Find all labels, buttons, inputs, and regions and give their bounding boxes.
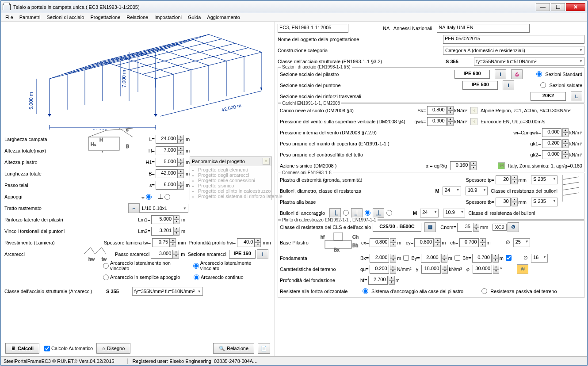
Bx-input[interactable]: 2.000 bbox=[370, 254, 389, 263]
col-I-icon[interactable]: I bbox=[495, 69, 506, 79]
qu-input[interactable]: 0.200 bbox=[370, 265, 389, 274]
welded-sections[interactable] bbox=[540, 82, 546, 88]
cx-input[interactable]: 0.800 bbox=[370, 238, 389, 247]
soil-button[interactable]: ≋ bbox=[517, 264, 528, 274]
Lm1-input[interactable]: 5.000 bbox=[151, 215, 173, 224]
H1-input[interactable]: 5.000 bbox=[156, 158, 178, 167]
Bh-input[interactable]: 0.700 bbox=[472, 254, 492, 263]
haunch-select[interactable]: L/10 0.10xL bbox=[140, 204, 188, 213]
column-section[interactable]: IPE 600 bbox=[454, 70, 490, 79]
Lm2-input[interactable]: 3.201 bbox=[151, 227, 173, 236]
purlin-section-button[interactable]: I bbox=[257, 249, 268, 259]
svg-text:Ch: Ch bbox=[352, 234, 359, 240]
tp-mat-select[interactable]: S 235 bbox=[531, 175, 557, 184]
wi-input[interactable]: 0.000 bbox=[542, 128, 561, 137]
min-button[interactable]: — bbox=[536, 3, 550, 11]
project-name-input[interactable]: PFR 05/02/2015 bbox=[443, 35, 584, 44]
alpha-input[interactable]: 0.160 bbox=[450, 161, 470, 170]
bolt-d-select[interactable]: 24 bbox=[443, 187, 461, 195]
menu-help[interactable]: Guida bbox=[188, 15, 201, 20]
svg-text:5.000 m: 5.000 m bbox=[28, 92, 34, 110]
report-button[interactable]: 🔍Relazione bbox=[213, 343, 254, 354]
anch-d-select[interactable]: 24 bbox=[420, 209, 439, 217]
Sk-input[interactable]: 0.800 bbox=[427, 106, 447, 115]
tw-input[interactable]: 0.75 bbox=[152, 238, 170, 247]
max-button[interactable]: ☐ bbox=[551, 3, 565, 11]
menu-settings[interactable]: Impostazioni bbox=[154, 15, 182, 20]
std-sections[interactable] bbox=[536, 71, 542, 77]
draw-button[interactable]: ⌂Disegno bbox=[96, 343, 130, 354]
rafter-section[interactable]: IPE 500 bbox=[462, 81, 498, 90]
category-select[interactable]: Categoria A (domestici e residenziali) bbox=[443, 46, 584, 55]
exp-icon[interactable]: ⚙ bbox=[508, 222, 519, 232]
menu-update[interactable]: Aggiornamento bbox=[207, 15, 240, 20]
menu-sections[interactable]: Sezioni di acciaio bbox=[46, 15, 84, 20]
purlin-unrestrained[interactable] bbox=[103, 263, 109, 269]
svg-text:B: B bbox=[126, 144, 129, 149]
cnom-input[interactable]: 35 bbox=[457, 223, 472, 232]
brac-L-icon[interactable]: L bbox=[571, 92, 582, 101]
cy-input[interactable]: 0.800 bbox=[414, 238, 434, 247]
anch1[interactable] bbox=[343, 210, 349, 216]
purlin-steel-select[interactable]: fy=355N/mm² fu=510N/mm² bbox=[132, 287, 203, 296]
seismic-map-icon[interactable]: 🗺 bbox=[498, 162, 505, 169]
anch-cls-select[interactable]: 10.9 bbox=[443, 209, 465, 217]
menu-file[interactable]: File bbox=[5, 15, 13, 20]
exposure-label: XC2 bbox=[493, 224, 506, 231]
L-input[interactable]: 24.000 bbox=[156, 135, 178, 144]
phi-input[interactable]: 30.000 bbox=[473, 265, 492, 274]
purlin-simple[interactable] bbox=[103, 274, 109, 280]
purlin-step-input[interactable]: 3.000 bbox=[151, 250, 173, 259]
support-pinned[interactable] bbox=[146, 194, 152, 200]
purlin-section[interactable]: IPE 160 bbox=[229, 250, 256, 259]
By-lock[interactable] bbox=[454, 255, 460, 261]
anch3[interactable] bbox=[386, 210, 392, 216]
support-fixed[interactable] bbox=[164, 194, 170, 200]
menu-report[interactable]: Relazione bbox=[126, 15, 148, 20]
bolt-cls-select[interactable]: 10.9 bbox=[466, 187, 488, 195]
export-button[interactable]: 📄 bbox=[258, 343, 270, 354]
svg-text:Bx: Bx bbox=[334, 247, 340, 252]
na-field[interactable]: NA Italy UNI EN bbox=[437, 24, 530, 33]
Bh-lock[interactable] bbox=[506, 255, 512, 261]
By-input[interactable]: 2.000 bbox=[421, 254, 440, 263]
purlin-restrained[interactable] bbox=[193, 263, 199, 269]
gk2-input[interactable]: 0.000 bbox=[542, 150, 561, 159]
gk1-input[interactable]: 0.200 bbox=[542, 139, 561, 148]
qwk-input[interactable]: 0.900 bbox=[427, 117, 447, 126]
col-copy-icon[interactable]: ⎙ bbox=[511, 69, 523, 79]
conn-sketch-icon bbox=[559, 175, 580, 202]
concrete-class[interactable]: C25/30 - B500C bbox=[373, 223, 421, 232]
tp-input[interactable]: 20 bbox=[496, 175, 511, 184]
menu-design[interactable]: Progettazione bbox=[90, 15, 120, 20]
purlin-continuous[interactable] bbox=[194, 274, 199, 280]
auto-calc-check[interactable]: Calcolo Automatico bbox=[43, 346, 93, 351]
overview-toggle-icon[interactable]: ≡ bbox=[263, 158, 270, 165]
ch-input[interactable]: 0.700 bbox=[459, 238, 479, 247]
rebar2-select[interactable]: 16 bbox=[531, 254, 548, 263]
resist-anchor[interactable] bbox=[363, 288, 368, 294]
gamma-input[interactable]: 18.000 bbox=[421, 265, 441, 274]
code-field[interactable]: EC3, EN1993-1-1: 2005 bbox=[278, 24, 348, 33]
Bx-lock[interactable] bbox=[403, 255, 409, 261]
snow-hand-icon[interactable]: ☟ bbox=[470, 107, 477, 114]
close-button[interactable]: ✕ bbox=[566, 3, 585, 11]
raf-I-icon[interactable]: I bbox=[503, 80, 514, 90]
hw-input[interactable]: 40.0 bbox=[237, 238, 255, 247]
H-input[interactable]: 7.000 bbox=[156, 146, 178, 155]
B-input[interactable]: 42.000 bbox=[156, 169, 178, 178]
L-spin[interactable]: ▲▼ bbox=[178, 135, 184, 144]
bracing-section[interactable]: 20K2 bbox=[531, 92, 566, 101]
conc-icon[interactable]: ▦ bbox=[424, 222, 436, 232]
tb-mat-select[interactable]: S 235 bbox=[531, 198, 557, 206]
calc-button[interactable]: 🖩Calcoli bbox=[5, 343, 39, 354]
resist-passive[interactable] bbox=[481, 288, 487, 294]
tb-input[interactable]: 30 bbox=[496, 198, 511, 206]
hf-input[interactable]: 2.700 bbox=[368, 276, 388, 285]
anch2[interactable] bbox=[365, 210, 370, 216]
steel-class-select[interactable]: fy=355N/mm² fu=510N/mm² bbox=[474, 57, 584, 66]
s-input[interactable]: 6.000 bbox=[156, 181, 178, 190]
rebar1-select[interactable]: 25 bbox=[513, 238, 530, 247]
wind-hand-icon[interactable]: ☟ bbox=[470, 118, 477, 125]
menu-param[interactable]: Parametri bbox=[19, 15, 41, 20]
